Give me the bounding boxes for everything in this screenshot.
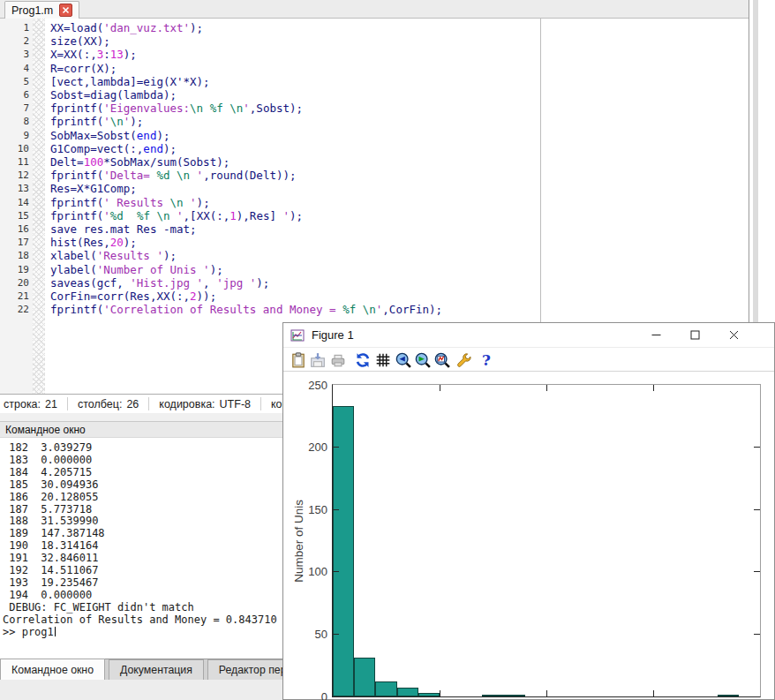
maximize-icon[interactable]	[683, 326, 706, 343]
background-window-edge	[753, 0, 758, 324]
bottom-tab-active[interactable]: Командное окно	[0, 659, 105, 680]
code-token: \n	[177, 169, 190, 182]
line-number: 13	[0, 182, 29, 195]
code-line: xlabel('Results ');	[50, 249, 442, 262]
editor-tab-prog1m[interactable]: Prog1.m	[4, 1, 79, 19]
code-token: %f	[342, 303, 356, 316]
code-token: R=corr(X);	[50, 62, 117, 75]
code-token: saveas(gcf,	[50, 276, 130, 290]
screenshot-root: Prog1.m 12345678910111213141516171819202…	[0, 0, 775, 700]
code-token: );	[124, 236, 137, 249]
code-token: ));	[197, 290, 217, 303]
editor-tab-strip: Prog1.m	[0, 0, 749, 19]
code-token: fprintf(	[50, 115, 103, 128]
histogram-bar	[482, 695, 503, 696]
figure-canvas: Number of Unis 050100150200250	[283, 372, 774, 699]
line-number: 17	[0, 236, 29, 249]
code-token: ,CorFin);	[382, 303, 442, 316]
code-token: 'Number of Unis '	[97, 263, 210, 276]
code-token: fprintf(	[50, 196, 103, 209]
y-tick-left	[333, 447, 339, 448]
minimize-icon[interactable]	[644, 326, 667, 343]
line-number: 5	[0, 75, 29, 88]
status-separator	[260, 397, 261, 410]
code-token: size(XX);	[50, 34, 110, 48]
code-token: 'dan_vuz.txt'	[103, 21, 190, 34]
line-number: 15	[0, 209, 29, 222]
code-token: );	[163, 142, 177, 155]
code-line: fprintf('Eigenvalues:\n %f \n',Sobst);	[50, 102, 442, 115]
toolbar-zoom-region-icon[interactable]	[434, 352, 450, 368]
bottom-tab-inactive[interactable]: Документация	[109, 659, 204, 680]
line-number: 19	[0, 263, 29, 276]
console-prompt-text: >> prog1	[3, 626, 54, 638]
code-token: \n	[229, 102, 243, 115]
code-lines: XX=load('dan_vuz.txt');size(XX);X=XX(:,3…	[50, 21, 442, 316]
code-line: Res=X*G1Comp;	[50, 182, 442, 195]
code-token: G1Comp=vect(:,	[50, 142, 143, 155]
line-number: 20	[0, 276, 29, 290]
code-line: size(XX);	[50, 34, 442, 48]
code-line: Sobst=diag(lambda);	[50, 88, 442, 102]
toolbar-save-icon[interactable]	[310, 352, 326, 368]
code-token: X=XX(:,	[50, 48, 97, 61]
code-line: XX=load('dan_vuz.txt');	[50, 21, 442, 34]
code-token	[356, 303, 363, 316]
figure-app-icon	[290, 328, 305, 342]
code-token: %f	[137, 209, 150, 222]
code-line: fprintf('Delta= %d \n ',round(Delt));	[50, 169, 442, 182]
code-token: end	[137, 129, 157, 142]
histogram-bar	[354, 658, 375, 696]
toolbar-zoom-forward-icon[interactable]	[415, 352, 431, 368]
code-token: 'Delta=	[103, 169, 156, 182]
histogram-bar	[375, 681, 396, 696]
toolbar-settings-wrench-icon[interactable]	[456, 352, 472, 368]
toolbar-refresh-icon[interactable]	[355, 352, 371, 368]
toolbar-grid-icon[interactable]	[375, 352, 391, 368]
y-tick-left	[333, 571, 339, 572]
toolbar-zoom-back-icon[interactable]	[395, 352, 411, 368]
toolbar-clipboard-icon[interactable]	[290, 352, 306, 368]
code-line: fprintf('\n');	[50, 115, 442, 128]
figure-toolbar: ?	[283, 347, 774, 372]
code-token: 1	[229, 209, 237, 222]
close-icon[interactable]	[722, 326, 745, 343]
tab-close-icon[interactable]	[59, 4, 72, 17]
line-number: 21	[0, 290, 29, 303]
y-axis-label: Number of Unis	[291, 385, 306, 696]
code-token: 'Eigenvalues:	[103, 102, 190, 115]
y-tick-label: 0	[292, 690, 327, 700]
status-separator	[67, 397, 68, 410]
code-line: CorFin=corr(Res,XX(:,2));	[50, 290, 442, 303]
code-token: \n	[110, 115, 124, 128]
y-tick-label: 50	[292, 628, 327, 641]
status-field-label: строка:	[4, 398, 41, 410]
code-token: end	[143, 142, 163, 155]
line-number: 16	[0, 222, 29, 236]
code-token: Sobst=diag(lambda);	[50, 88, 177, 102]
x-tick-top	[653, 385, 654, 391]
line-number: 11	[0, 155, 29, 169]
code-token: '	[243, 102, 250, 115]
code-token: 20	[110, 236, 124, 249]
y-tick-label: 100	[292, 565, 327, 578]
toolbar-print-icon[interactable]	[330, 352, 346, 368]
code-token: );	[130, 115, 143, 128]
code-token: );	[290, 209, 303, 222]
y-tick-right	[754, 634, 760, 635]
x-tick-top	[440, 385, 440, 391]
code-token: %d	[110, 209, 124, 222]
line-number: 22	[0, 303, 29, 316]
code-line: G1Comp=vect(:,end);	[50, 142, 442, 155]
code-line: save res.mat Res -mat;	[50, 222, 442, 236]
y-tick-right	[754, 571, 760, 572]
figure-title-bar[interactable]: Figure 1	[283, 323, 774, 347]
line-number: 9	[0, 129, 29, 142]
toolbar-help-icon[interactable]: ?	[478, 352, 494, 368]
x-tick-bottom	[546, 690, 547, 696]
text-cursor	[55, 627, 56, 636]
code-token	[170, 169, 177, 182]
line-number: 3	[0, 48, 29, 61]
line-numbers: 12345678910111213141516171819202122	[0, 21, 29, 316]
code-line: fprintf('Correlation of Results and Mone…	[50, 303, 442, 316]
